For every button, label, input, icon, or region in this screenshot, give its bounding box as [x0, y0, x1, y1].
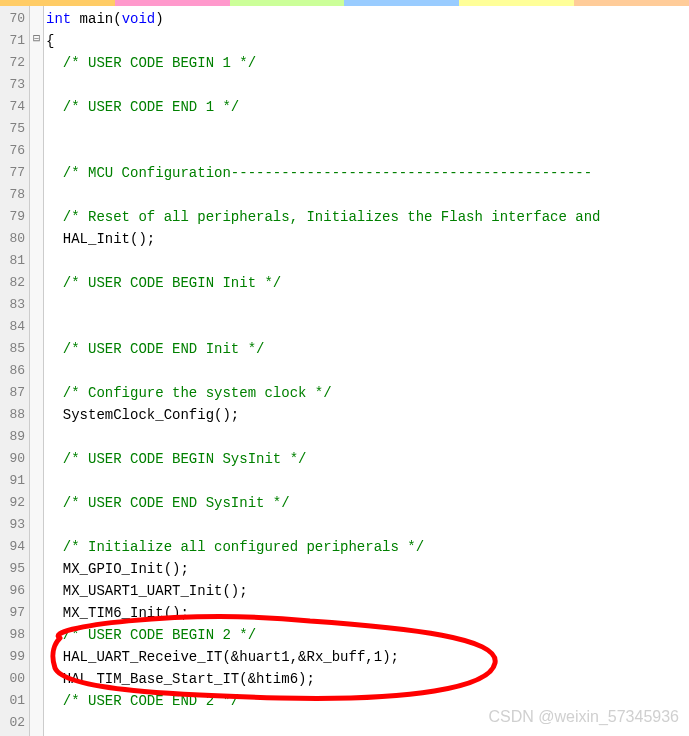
line-number: 98 — [2, 624, 25, 646]
code-line[interactable]: SystemClock_Config(); — [46, 404, 689, 426]
fold-marker — [30, 138, 43, 160]
code-line[interactable]: HAL_Init(); — [46, 228, 689, 250]
fold-marker — [30, 72, 43, 94]
code-line[interactable] — [46, 426, 689, 448]
code-line[interactable] — [46, 470, 689, 492]
code-area[interactable]: int main(void){ /* USER CODE BEGIN 1 */ … — [44, 6, 689, 736]
line-number: 85 — [2, 338, 25, 360]
code-line[interactable] — [46, 74, 689, 96]
fold-marker — [30, 358, 43, 380]
fold-marker — [30, 50, 43, 72]
line-number: 75 — [2, 118, 25, 140]
line-number: 84 — [2, 316, 25, 338]
line-number: 02 — [2, 712, 25, 734]
code-line[interactable]: int main(void) — [46, 8, 689, 30]
fold-column[interactable]: ⊟ — [30, 6, 44, 736]
code-line[interactable] — [46, 118, 689, 140]
code-editor[interactable]: 7071727374757677787980818283848586878889… — [0, 6, 689, 736]
line-number: 81 — [2, 250, 25, 272]
code-line[interactable]: /* Configure the system clock */ — [46, 382, 689, 404]
code-line[interactable] — [46, 250, 689, 272]
line-number: 87 — [2, 382, 25, 404]
code-line[interactable]: /* USER CODE BEGIN 1 */ — [46, 52, 689, 74]
line-number: 89 — [2, 426, 25, 448]
line-number: 94 — [2, 536, 25, 558]
code-line[interactable]: MX_USART1_UART_Init(); — [46, 580, 689, 602]
fold-marker — [30, 556, 43, 578]
fold-marker — [30, 226, 43, 248]
line-number: 86 — [2, 360, 25, 382]
code-line[interactable] — [46, 514, 689, 536]
line-number: 95 — [2, 558, 25, 580]
code-line[interactable]: /* USER CODE BEGIN Init */ — [46, 272, 689, 294]
code-line[interactable] — [46, 294, 689, 316]
fold-marker — [30, 94, 43, 116]
line-number: 91 — [2, 470, 25, 492]
code-line[interactable]: MX_GPIO_Init(); — [46, 558, 689, 580]
line-number: 96 — [2, 580, 25, 602]
code-line[interactable]: /* USER CODE BEGIN 2 */ — [46, 624, 689, 646]
line-number: 01 — [2, 690, 25, 712]
line-number: 71 — [2, 30, 25, 52]
fold-marker — [30, 710, 43, 732]
fold-marker — [30, 292, 43, 314]
fold-marker — [30, 336, 43, 358]
code-line[interactable]: /* USER CODE BEGIN SysInit */ — [46, 448, 689, 470]
line-number: 72 — [2, 52, 25, 74]
line-number: 73 — [2, 74, 25, 96]
line-number: 79 — [2, 206, 25, 228]
code-line[interactable] — [46, 184, 689, 206]
line-number: 76 — [2, 140, 25, 162]
code-line[interactable]: /* USER CODE END 2 */ — [46, 690, 689, 712]
line-number: 00 — [2, 668, 25, 690]
line-number: 83 — [2, 294, 25, 316]
code-line[interactable]: HAL_UART_Receive_IT(&huart1,&Rx_buff,1); — [46, 646, 689, 668]
fold-marker — [30, 600, 43, 622]
code-line[interactable]: /* MCU Configuration--------------------… — [46, 162, 689, 184]
fold-marker — [30, 116, 43, 138]
fold-marker — [30, 380, 43, 402]
line-number: 77 — [2, 162, 25, 184]
fold-marker — [30, 402, 43, 424]
code-line[interactable]: MX_TIM6_Init(); — [46, 602, 689, 624]
line-number: 80 — [2, 228, 25, 250]
code-line[interactable] — [46, 140, 689, 162]
code-line[interactable]: { — [46, 30, 689, 52]
fold-marker — [30, 534, 43, 556]
code-line[interactable] — [46, 316, 689, 338]
line-number: 70 — [2, 8, 25, 30]
line-number: 97 — [2, 602, 25, 624]
fold-marker — [30, 666, 43, 688]
fold-marker — [30, 622, 43, 644]
code-line[interactable]: /* USER CODE END 1 */ — [46, 96, 689, 118]
line-number: 90 — [2, 448, 25, 470]
line-number: 93 — [2, 514, 25, 536]
fold-marker — [30, 160, 43, 182]
tab-border — [0, 0, 689, 6]
code-line[interactable]: /* USER CODE END Init */ — [46, 338, 689, 360]
fold-marker — [30, 270, 43, 292]
line-number: 99 — [2, 646, 25, 668]
line-number: 92 — [2, 492, 25, 514]
line-number-gutter: 7071727374757677787980818283848586878889… — [0, 6, 30, 736]
code-line[interactable] — [46, 712, 689, 734]
line-number: 74 — [2, 96, 25, 118]
code-line[interactable]: /* Initialize all configured peripherals… — [46, 536, 689, 558]
line-number: 78 — [2, 184, 25, 206]
fold-marker — [30, 6, 43, 28]
code-line[interactable] — [46, 360, 689, 382]
code-line[interactable]: HAL_TIM_Base_Start_IT(&htim6); — [46, 668, 689, 690]
fold-marker — [30, 182, 43, 204]
fold-marker — [30, 732, 43, 736]
fold-marker — [30, 512, 43, 534]
fold-marker — [30, 314, 43, 336]
fold-marker — [30, 468, 43, 490]
code-line[interactable]: /* Reset of all peripherals, Initializes… — [46, 206, 689, 228]
fold-marker[interactable]: ⊟ — [30, 28, 43, 50]
code-line[interactable]: /* USER CODE END SysInit */ — [46, 492, 689, 514]
fold-marker — [30, 688, 43, 710]
fold-marker — [30, 644, 43, 666]
line-number: 82 — [2, 272, 25, 294]
fold-marker — [30, 204, 43, 226]
fold-marker — [30, 424, 43, 446]
